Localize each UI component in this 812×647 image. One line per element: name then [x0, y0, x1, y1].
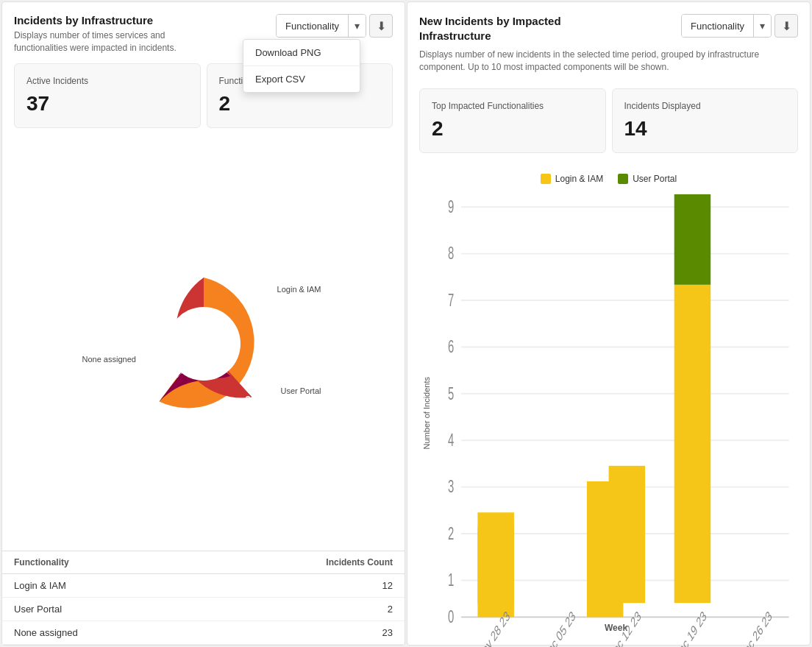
left-functionality-dropdown[interactable]: Functionality ▾: [276, 14, 366, 38]
donut-chart-area: 12 2 23 Login & IAM User Portal None ass…: [2, 137, 405, 551]
none-segment-label: 23: [154, 357, 164, 368]
right-panel: New Incidents by Impacted Infrastructure…: [407, 1, 811, 646]
right-download-button[interactable]: ⬇: [774, 14, 798, 38]
y-axis-label-container: Number of Incidents: [419, 193, 434, 633]
y-label-9: 9: [448, 197, 454, 216]
left-panel: Incidents by Infrastructure Displays num…: [1, 1, 405, 646]
active-incidents-value: 37: [26, 92, 188, 116]
bar-nov28: [477, 512, 514, 603]
left-dropdown-label: Functionality: [277, 15, 348, 37]
left-panel-controls: Functionality ▾ ⬇: [276, 14, 393, 38]
right-panel-title: New Incidents by Impacted Infrastructure: [419, 14, 566, 43]
functionalities-impacted-value: 2: [219, 92, 381, 116]
legend-login-iam: Login & IAM: [541, 174, 603, 184]
incidents-displayed-value: 14: [624, 117, 786, 141]
functionality-table: Functionality Incidents Count Login & IA…: [2, 551, 405, 645]
y-label-3: 3: [448, 477, 454, 496]
y-label-2: 2: [448, 523, 454, 542]
login-segment-label: 12: [263, 346, 273, 357]
login-iam-chart-label: Login & IAM: [277, 285, 321, 294]
y-label-8: 8: [448, 243, 454, 262]
row-count: 2: [200, 598, 405, 621]
y-label-1: 1: [448, 570, 454, 589]
y-label-7: 7: [448, 290, 454, 309]
incidents-displayed-card: Incidents Displayed 14: [612, 88, 799, 153]
y-axis-label: Number of Incidents: [419, 377, 431, 449]
export-csv-option[interactable]: Export CSV: [243, 66, 360, 92]
left-panel-title: Incidents by Infrastructure: [14, 14, 205, 26]
top-impacted-value: 2: [432, 117, 594, 141]
active-incidents-card: Active Incidents 37: [14, 63, 201, 128]
row-name: None assigned: [2, 621, 200, 645]
top-impacted-card: Top Impacted Functionalities 2: [419, 88, 606, 153]
table-row: Login & IAM 12: [2, 574, 405, 598]
download-png-option[interactable]: Download PNG: [243, 40, 360, 66]
y-label-0: 0: [448, 607, 454, 626]
y-label-5: 5: [448, 383, 454, 403]
left-dropdown-arrow-icon[interactable]: ▾: [348, 15, 366, 37]
right-panel-controls: Functionality ▾ ⬇: [681, 14, 798, 38]
legend-dot-portal: [618, 174, 628, 184]
donut-chart: 12 2 23 Login & IAM User Portal None ass…: [93, 241, 314, 447]
legend-dot-login: [541, 174, 551, 184]
bar-chart-container: Login & IAM User Portal Number of Incide…: [407, 162, 810, 645]
right-functionality-dropdown[interactable]: Functionality ▾: [681, 14, 772, 38]
y-label-6: 6: [448, 336, 454, 356]
top-impacted-label: Top Impacted Functionalities: [432, 101, 594, 111]
bar-chart-svg: 9 8 7 6 5: [434, 193, 798, 617]
row-name: User Portal: [2, 598, 200, 621]
row-count: 23: [200, 621, 405, 645]
col-incidents-count: Incidents Count: [200, 551, 405, 574]
portal-segment-label: 2: [245, 394, 250, 405]
donut-svg: 12 2 23: [93, 241, 314, 447]
right-panel-header: New Incidents by Impacted Infrastructure…: [407, 2, 810, 43]
legend-label-login: Login & IAM: [555, 174, 603, 184]
left-panel-description: Displays number of times services and fu…: [14, 29, 205, 54]
bar-chart-inner: Number of Incidents 9 8: [419, 193, 798, 633]
bar-dec19-login: [674, 284, 711, 602]
bar-dec12: [609, 465, 646, 602]
right-dropdown-label: Functionality: [682, 15, 753, 37]
chart-grid-area: 9 8 7 6 5: [434, 193, 798, 617]
legend-label-portal: User Portal: [633, 174, 677, 184]
y-label-4: 4: [448, 430, 454, 449]
active-incidents-label: Active Incidents: [26, 76, 188, 86]
none-assigned-chart-label: None assigned: [82, 355, 136, 364]
table-row: User Portal 2: [2, 598, 405, 621]
right-panel-description: Displays number of new incidents in the …: [407, 43, 775, 79]
left-download-button[interactable]: ⬇: [369, 14, 393, 38]
right-stats-row: Top Impacted Functionalities 2 Incidents…: [407, 79, 810, 162]
chart-content: 9 8 7 6 5: [434, 193, 798, 633]
incidents-displayed-label: Incidents Displayed: [624, 101, 786, 111]
chart-legend: Login & IAM User Portal: [419, 174, 798, 184]
dropdown-menu: Download PNG Export CSV: [243, 39, 360, 93]
right-dropdown-arrow-icon[interactable]: ▾: [753, 15, 771, 37]
col-functionality: Functionality: [2, 551, 200, 574]
donut-center: [167, 307, 241, 381]
table-row: None assigned 23: [2, 621, 405, 645]
user-portal-chart-label: User Portal: [280, 386, 321, 395]
download-icon: ⬇: [377, 19, 386, 33]
legend-user-portal: User Portal: [618, 174, 677, 184]
download-icon: ⬇: [782, 19, 791, 33]
row-count: 12: [200, 574, 405, 598]
bar-dec19-portal: [674, 194, 711, 285]
row-name: Login & IAM: [2, 574, 200, 598]
